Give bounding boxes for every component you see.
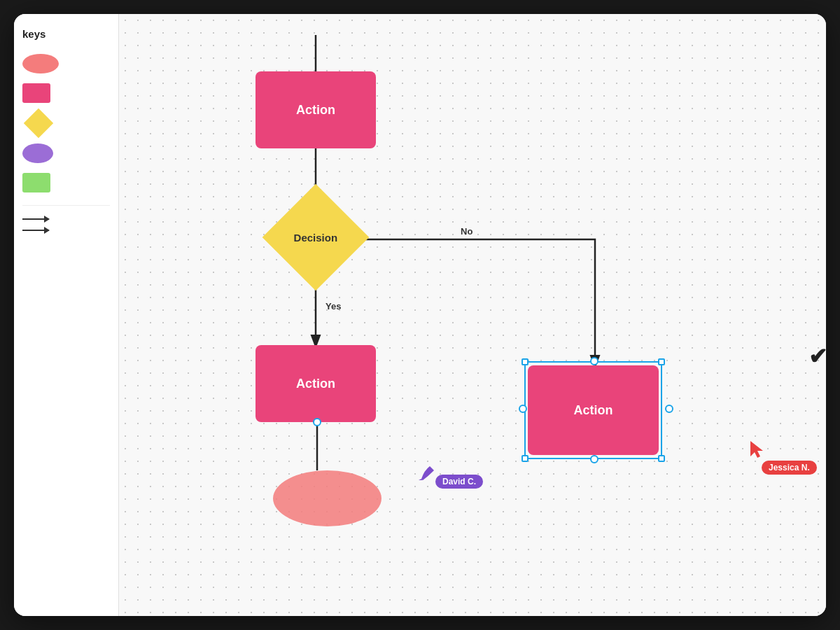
rect-green-shape xyxy=(22,173,50,192)
sidebar-shape-diamond[interactable] xyxy=(22,113,110,134)
decision-label: Decision xyxy=(294,232,338,244)
conn-dot-bottom[interactable] xyxy=(590,455,598,463)
arrow2-line xyxy=(22,230,49,231)
oval-red-shape xyxy=(22,54,59,74)
edge-label-yes: Yes xyxy=(326,301,341,312)
sidebar-shape-oval-purple[interactable] xyxy=(22,144,110,163)
handle-tr[interactable] xyxy=(658,358,665,365)
handle-tl[interactable] xyxy=(522,358,528,365)
action-node-3[interactable]: Action xyxy=(528,365,659,455)
edge-label-no: No xyxy=(461,226,472,237)
handle-bl[interactable] xyxy=(522,455,528,462)
sidebar-arrow2[interactable] xyxy=(22,230,110,231)
action-node-1[interactable]: Action xyxy=(255,71,376,148)
sidebar-shape-rect-pink[interactable] xyxy=(22,83,110,103)
sidebar-shape-rect-green[interactable] xyxy=(22,173,110,192)
oval-node-1[interactable] xyxy=(273,470,382,526)
conn-dot-left[interactable] xyxy=(519,405,527,413)
action2-conn-dot[interactable] xyxy=(313,418,321,426)
conn-dot-top[interactable] xyxy=(590,357,598,365)
oval-purple-shape xyxy=(22,144,53,163)
diamond-shape xyxy=(24,108,53,138)
david-cursor-label: David C. xyxy=(435,475,483,489)
handle-br[interactable] xyxy=(658,455,665,462)
arrow1-line xyxy=(22,218,49,220)
sidebar-title: keys xyxy=(22,28,110,40)
sidebar-divider1 xyxy=(22,205,110,206)
david-cursor-icon xyxy=(419,463,437,482)
canvas[interactable]: Yes No Action Decision Action Action xyxy=(119,14,826,616)
connectors-svg xyxy=(119,14,826,616)
sidebar-shape-oval-red[interactable] xyxy=(22,54,110,74)
conn-dot-right[interactable] xyxy=(665,405,673,413)
decision-node-1[interactable]: Decision xyxy=(262,184,370,291)
checkmark-cursor: ✔ xyxy=(808,343,826,370)
sidebar: keys xyxy=(14,14,119,616)
rect-pink-shape xyxy=(22,83,50,103)
sidebar-arrow1[interactable] xyxy=(22,218,110,220)
svg-marker-5 xyxy=(750,441,763,458)
action-node-2[interactable]: Action xyxy=(255,345,376,422)
app-window: keys xyxy=(14,14,826,616)
jessica-cursor-label: Jessica N. xyxy=(762,461,817,475)
jessica-cursor-icon xyxy=(748,441,767,461)
